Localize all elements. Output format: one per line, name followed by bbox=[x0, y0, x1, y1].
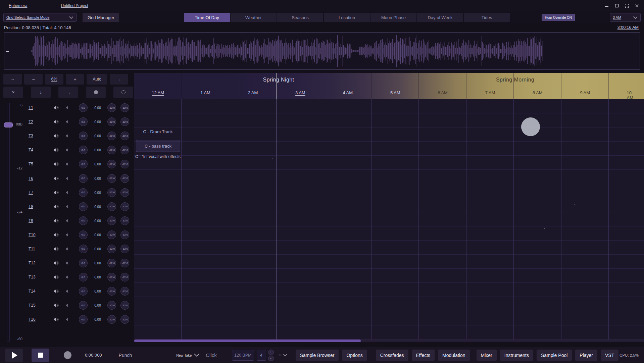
grid-track-row-label-1[interactable]: C - Drum Track bbox=[134, 129, 182, 134]
send-a-knob[interactable]: -12.0 bbox=[107, 174, 116, 183]
panel-button-instruments[interactable]: Instruments bbox=[500, 350, 533, 361]
pan-value[interactable]: 0.00 bbox=[91, 318, 104, 321]
send-b-knob[interactable]: -12.0 bbox=[120, 216, 129, 225]
pan-value[interactable]: 0.00 bbox=[91, 233, 104, 237]
clock-readout[interactable]: 3:00:16 AM bbox=[617, 25, 639, 30]
hour-label-7-am[interactable]: 7 AM bbox=[485, 90, 495, 95]
mute-speaker-icon[interactable] bbox=[65, 261, 69, 265]
track-name[interactable]: T9 bbox=[29, 218, 33, 223]
gain-knob[interactable]: 0.0 bbox=[79, 117, 88, 126]
track-name[interactable]: T6 bbox=[29, 176, 33, 181]
mute-speaker-icon[interactable] bbox=[65, 290, 69, 293]
speaker-icon[interactable] bbox=[53, 317, 59, 322]
grid-track-row-label-2[interactable]: C - bass track bbox=[136, 140, 180, 152]
panel-button-player[interactable]: Player bbox=[575, 350, 597, 361]
send-a-knob[interactable]: -12.0 bbox=[107, 117, 116, 126]
gain-knob[interactable]: 0.0 bbox=[79, 287, 88, 296]
mute-speaker-icon[interactable] bbox=[65, 162, 69, 166]
hour-label-2-am[interactable]: 2 AM bbox=[248, 90, 258, 95]
minimize-icon[interactable] bbox=[602, 1, 612, 10]
gain-knob[interactable]: 0.0 bbox=[79, 146, 88, 154]
speaker-icon[interactable] bbox=[53, 162, 59, 166]
send-b-knob[interactable]: -12.0 bbox=[120, 188, 129, 197]
gain-knob[interactable]: 0.0 bbox=[79, 160, 88, 168]
stop-button[interactable] bbox=[32, 349, 49, 362]
app-menu-link[interactable]: Ephemera bbox=[9, 3, 27, 8]
transport-time-display[interactable]: 0:00:000 bbox=[85, 353, 102, 358]
hour-override-button[interactable]: Hour Override ON bbox=[542, 14, 575, 21]
gain-knob[interactable]: 0.0 bbox=[79, 188, 88, 197]
horizontal-scrollbar[interactable] bbox=[134, 340, 644, 342]
arrow-right-icon-button[interactable]: → bbox=[58, 87, 78, 98]
send-b-knob[interactable]: -12.0 bbox=[120, 132, 129, 140]
hour-label-1-am[interactable]: 1 AM bbox=[200, 90, 210, 95]
track-name[interactable]: T3 bbox=[29, 134, 33, 138]
send-b-knob[interactable]: -12.0 bbox=[120, 174, 129, 183]
gain-knob[interactable]: 0.0 bbox=[79, 259, 88, 267]
pan-value[interactable]: 0.00 bbox=[91, 134, 104, 138]
expand-icon[interactable] bbox=[622, 1, 632, 10]
mute-speaker-icon[interactable] bbox=[65, 106, 69, 110]
goto-end-icon-button[interactable]: → bbox=[110, 74, 128, 85]
hour-label-10-am[interactable]: 10 AM bbox=[627, 90, 638, 99]
mute-speaker-icon[interactable] bbox=[65, 318, 69, 321]
gain-knob[interactable]: 0.0 bbox=[79, 273, 88, 281]
send-b-knob[interactable]: -12.0 bbox=[120, 315, 129, 324]
play-button[interactable] bbox=[5, 349, 23, 362]
gain-knob[interactable]: 0.0 bbox=[79, 315, 88, 324]
pan-value[interactable]: 0.00 bbox=[91, 191, 104, 194]
grid-select-dropdown[interactable]: Grid Select: Sample Mode bbox=[3, 13, 77, 22]
send-a-knob[interactable]: -12.0 bbox=[107, 132, 116, 140]
pan-value[interactable]: 0.00 bbox=[91, 261, 104, 265]
tab-day-of-week[interactable]: Day of Week bbox=[417, 13, 463, 22]
filled-circle-icon-button[interactable] bbox=[86, 87, 106, 98]
hour-label-4-am[interactable]: 4 AM bbox=[343, 90, 353, 95]
send-b-knob[interactable]: -12.0 bbox=[120, 245, 129, 253]
pan-value[interactable]: 0.00 bbox=[91, 106, 104, 110]
zoom-level-button[interactable]: 6% bbox=[45, 74, 63, 85]
track-name[interactable]: T4 bbox=[29, 148, 33, 152]
gain-knob[interactable]: 0.0 bbox=[79, 216, 88, 225]
track-name[interactable]: T2 bbox=[29, 119, 33, 124]
timeline-header[interactable]: Spring Night Spring Morning 12 AM1 AM2 A… bbox=[134, 73, 644, 99]
pan-value[interactable]: 0.00 bbox=[91, 247, 104, 251]
grid-track-row-label-3[interactable]: C - 1st vocal with effects bbox=[134, 154, 182, 159]
send-b-knob[interactable]: -12.0 bbox=[120, 230, 129, 239]
send-b-knob[interactable]: -12.0 bbox=[120, 259, 129, 267]
speaker-icon[interactable] bbox=[53, 218, 59, 223]
speaker-icon[interactable] bbox=[53, 204, 59, 209]
panel-button-modulation[interactable]: Modulation bbox=[438, 350, 470, 361]
hour-label-5-am[interactable]: 5 AM bbox=[390, 90, 400, 95]
mute-speaker-icon[interactable] bbox=[65, 233, 69, 237]
horizontal-scrollbar-thumb[interactable] bbox=[134, 340, 361, 342]
gain-knob[interactable]: 0.0 bbox=[79, 301, 88, 310]
tab-tides[interactable]: Tides bbox=[464, 13, 510, 22]
speaker-icon[interactable] bbox=[53, 148, 59, 152]
track-name[interactable]: T14 bbox=[29, 289, 36, 294]
mute-speaker-icon[interactable] bbox=[65, 134, 69, 138]
track-name[interactable]: T5 bbox=[29, 162, 33, 166]
speaker-icon[interactable] bbox=[53, 190, 59, 195]
master-fader[interactable] bbox=[7, 103, 10, 342]
mute-speaker-icon[interactable] bbox=[65, 148, 69, 152]
pan-value[interactable]: 0.00 bbox=[91, 162, 104, 166]
pan-value[interactable]: 0.00 bbox=[91, 176, 104, 180]
mute-speaker-icon[interactable] bbox=[65, 275, 69, 279]
send-b-knob[interactable]: -12.0 bbox=[120, 103, 129, 112]
send-a-knob[interactable]: -12.0 bbox=[107, 315, 116, 324]
note-value-dropdown[interactable]: = bbox=[279, 353, 288, 358]
track-name[interactable]: T7 bbox=[29, 190, 33, 195]
track-name[interactable]: T8 bbox=[29, 204, 33, 209]
pan-value[interactable]: 0.00 bbox=[91, 275, 104, 279]
mute-speaker-icon[interactable] bbox=[65, 219, 69, 222]
gain-knob[interactable]: 0.0 bbox=[79, 245, 88, 253]
tab-seasons[interactable]: Seasons bbox=[277, 13, 323, 22]
gain-knob[interactable]: 0.0 bbox=[79, 174, 88, 183]
panel-button-sample-browser[interactable]: Sample Browser bbox=[296, 350, 339, 361]
speaker-icon[interactable] bbox=[53, 275, 59, 279]
zoom-in-button[interactable]: + bbox=[66, 74, 84, 85]
track-name[interactable]: T1 bbox=[29, 105, 33, 110]
hour-label-8-am[interactable]: 8 AM bbox=[533, 90, 543, 95]
speaker-icon[interactable] bbox=[53, 176, 59, 181]
send-a-knob[interactable]: -12.0 bbox=[107, 103, 116, 112]
